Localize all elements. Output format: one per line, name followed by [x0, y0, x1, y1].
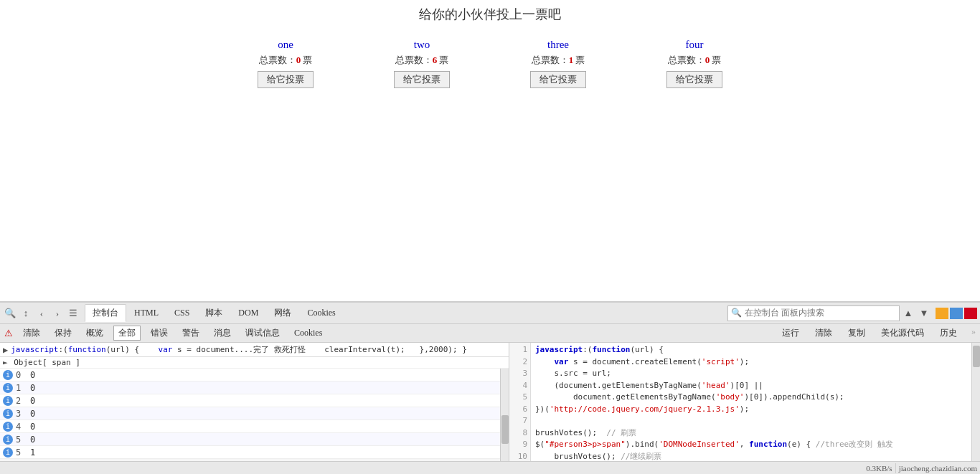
devtools-down-icon[interactable]: ▼: [917, 306, 931, 321]
vote-btn-one[interactable]: 给它投票: [258, 71, 314, 88]
code-line-2: var s = document.createElement('script')…: [535, 356, 967, 369]
vote-btn-four[interactable]: 给它投票: [666, 71, 722, 88]
devtools-panel: 🔍 ↕ ‹ › ☰ 控制台 HTML CSS 脚本 DOM 网络 Cookies…: [0, 301, 980, 474]
row-val-2: 0: [30, 396, 35, 406]
tab-script[interactable]: 脚本: [197, 304, 230, 322]
tb2-clear2-btn[interactable]: 清除: [811, 326, 837, 340]
tb2-run-btn[interactable]: 运行: [778, 326, 804, 340]
row-val-0: 0: [30, 370, 35, 380]
candidate-three: three 总票数：1 票 给它投票: [512, 39, 605, 88]
code-line-1: javascript:(function(url) {: [535, 344, 967, 356]
votes-unit-one: 票: [301, 54, 312, 65]
devtools-back-icon[interactable]: ‹: [34, 306, 49, 321]
row-val-6: 1: [30, 447, 35, 458]
error-indicator-icon: ⚠: [4, 328, 13, 339]
tab-network[interactable]: 网络: [266, 304, 299, 322]
info-icon-1: i: [3, 383, 13, 393]
candidate-votes-three: 总票数：1 票: [532, 54, 585, 67]
row-idx-3: 3: [16, 409, 26, 419]
vote-btn-three[interactable]: 给它投票: [530, 71, 586, 88]
tb2-copy-btn[interactable]: 复制: [844, 326, 870, 340]
tab-dom[interactable]: DOM: [230, 305, 266, 321]
row-idx-1: 1: [16, 383, 26, 393]
row-idx-2: 2: [16, 396, 26, 406]
console-arrow: ▶: [3, 345, 8, 355]
console-log-list: i 0 0 i 1 0 i 2 0 i: [0, 369, 500, 461]
devtools-search-input[interactable]: [745, 308, 888, 318]
code-scrollbar[interactable]: [971, 343, 980, 461]
console-scrollbar-thumb[interactable]: [501, 415, 509, 444]
console-row-4: i 4 0: [0, 420, 500, 433]
minimize-btn[interactable]: [936, 308, 948, 319]
console-row-1: i 1 0: [0, 381, 500, 394]
candidate-votes-two: 总票数：6 票: [395, 54, 449, 67]
tab-html[interactable]: HTML: [126, 305, 166, 321]
candidate-name-one: one: [278, 39, 293, 51]
row-idx-0: 0: [16, 370, 26, 380]
console-input-row: ▶ javascript:(function(url) { var s = do…: [0, 343, 509, 357]
vote-btn-two[interactable]: 给它投票: [394, 71, 450, 88]
tb2-hold-btn[interactable]: 保持: [50, 326, 76, 340]
votes-unit-four: 票: [710, 54, 721, 65]
console-row-6: i 5 1: [0, 446, 500, 459]
maximize-btn[interactable]: [950, 308, 963, 319]
candidate-name-three: three: [547, 39, 569, 51]
tb2-warning-btn[interactable]: 警告: [178, 326, 204, 340]
console-panel: ▶ javascript:(function(url) { var s = do…: [0, 343, 509, 461]
candidate-two: two 总票数：6 票 给它投票: [375, 39, 468, 88]
tb2-cookies-btn[interactable]: Cookies: [290, 327, 326, 339]
console-row-3: i 3 0: [0, 407, 500, 420]
code-scrollbar-thumb[interactable]: [973, 346, 980, 367]
devtools-status: 0.3KB/s jiaocheng.chazidian.com: [0, 461, 980, 474]
row-idx-5: 5: [16, 435, 26, 445]
console-scroll-area: i 0 0 i 1 0 i 2 0 i: [0, 369, 509, 461]
tb2-overview-btn[interactable]: 概览: [82, 326, 108, 340]
search-icon: 🔍: [731, 308, 742, 318]
close-btn[interactable]: [964, 308, 977, 319]
expand-arrow-icon[interactable]: ►: [3, 358, 8, 367]
code-line-9: $("#person3>p>span").bind('DOMNodeInsert…: [535, 439, 967, 451]
status-speed: 0.3KB/s: [866, 464, 892, 473]
main-page: 给你的小伙伴投上一票吧 one 总票数：0 票 给它投票 two 总票数：6 票…: [0, 0, 980, 301]
code-line-3: s.src = url;: [535, 368, 967, 380]
devtools-toolbar: 🔍 ↕ ‹ › ☰ 控制台 HTML CSS 脚本 DOM 网络 Cookies…: [0, 303, 980, 324]
tab-cookies[interactable]: Cookies: [299, 305, 343, 321]
code-line-4: (document.getElementsByTagName('head')[0…: [535, 380, 967, 392]
tb2-beautify-btn[interactable]: 美化源代码: [877, 326, 928, 340]
devtools-pointer-icon[interactable]: ↕: [19, 306, 33, 321]
tab-console[interactable]: 控制台: [85, 304, 126, 322]
code-line-10: brushVotes(); //继续刷票: [535, 451, 967, 462]
devtools-list-icon[interactable]: ☰: [66, 306, 80, 321]
candidate-votes-one: 总票数：0 票: [259, 54, 313, 67]
tb2-all-btn[interactable]: 全部: [113, 326, 141, 341]
tb2-error-btn[interactable]: 错误: [146, 326, 172, 340]
line-numbers: 12345 678910 11121314: [509, 343, 531, 461]
window-controls: [936, 308, 977, 319]
code-line-5: document.getElementsByTagName('body')[0]…: [535, 392, 967, 404]
candidate-one: one 总票数：0 票 给它投票: [239, 39, 332, 88]
devtools-search-box[interactable]: 🔍: [727, 305, 900, 321]
tb2-history-btn[interactable]: 历史: [936, 326, 961, 340]
row-val-3: 0: [30, 409, 35, 419]
row-val-4: 0: [30, 422, 35, 432]
tb2-message-btn[interactable]: 消息: [209, 326, 235, 340]
votes-label-four: 总票数：: [668, 54, 705, 65]
page-title: 给你的小伙伴投上一票吧: [419, 6, 561, 23]
devtools-forward-icon[interactable]: ›: [50, 306, 65, 321]
expand-icon[interactable]: »: [971, 326, 976, 340]
devtools-tabs: 控制台 HTML CSS 脚本 DOM 网络 Cookies: [85, 304, 344, 322]
tb2-clear-btn[interactable]: 清除: [19, 326, 44, 340]
code-line-8: brushVotes(); // 刷票: [535, 427, 967, 440]
candidates-row: one 总票数：0 票 给它投票 two 总票数：6 票 给它投票 three …: [239, 39, 741, 88]
votes-label-two: 总票数：: [395, 54, 433, 65]
candidate-four: four 总票数：0 票 给它投票: [648, 39, 741, 88]
devtools-up-icon[interactable]: ▲: [901, 306, 915, 321]
tb2-debug-btn[interactable]: 调试信息: [241, 326, 284, 340]
console-obj-row: ► Object[ span ]: [0, 357, 509, 369]
console-scrollbar[interactable]: [500, 369, 509, 461]
tab-css[interactable]: CSS: [166, 305, 197, 321]
info-icon-3: i: [3, 409, 13, 419]
devtools-inspect-icon[interactable]: 🔍: [3, 306, 17, 321]
console-obj-text: Object[ span ]: [14, 358, 80, 367]
status-site: jiaocheng.chazidian.com: [899, 464, 977, 473]
